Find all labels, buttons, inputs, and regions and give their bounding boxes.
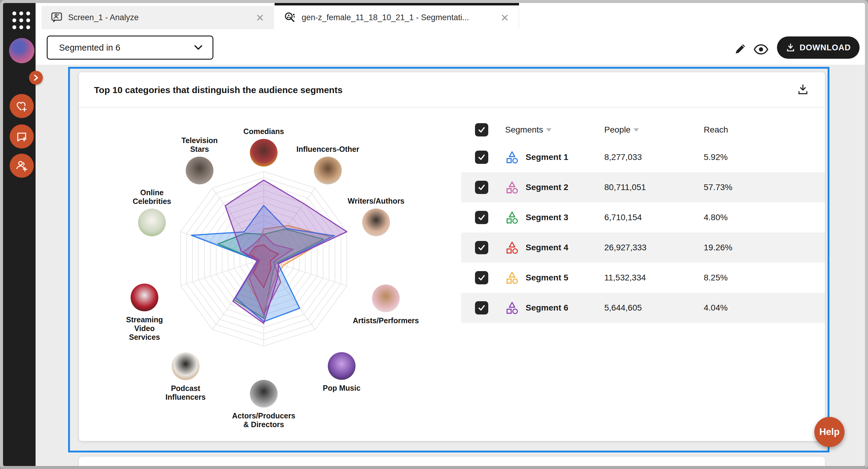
segment-people: 8,277,033 (604, 153, 704, 162)
category-label-comedians: Comedians (244, 127, 284, 136)
column-header-reach: Reach (704, 125, 825, 135)
select-all-checkbox[interactable] (475, 123, 488, 136)
segment-people: 11,532,334 (604, 273, 704, 282)
radar-chart: ComediansInfluencers-OtherWriters/Author… (84, 78, 443, 436)
category-avatar-pop-music (328, 352, 355, 380)
segment-shapes-icon (505, 210, 519, 225)
pencil-icon (734, 42, 747, 56)
segment-name: Segment 6 (526, 303, 568, 313)
segment-reach: 57.73% (704, 182, 825, 192)
segmentation-search-icon (284, 11, 296, 24)
category-avatar-podcast-influencers (172, 353, 199, 380)
edit-button[interactable] (734, 42, 747, 57)
card-download-button[interactable] (797, 83, 809, 97)
category-avatar-influencers-other (314, 157, 342, 185)
column-header-segments[interactable]: Segments (505, 125, 552, 135)
category-avatar-writers-authors (362, 208, 390, 236)
table-row-segment-4[interactable]: Segment 426,927,33319.26% (461, 233, 825, 263)
active-tab-indicator (275, 2, 519, 5)
table-row-segment-6[interactable]: Segment 65,644,6054.04% (461, 293, 825, 323)
analyze-screen-icon (51, 11, 63, 24)
user-avatar[interactable] (9, 38, 34, 63)
segments-table-header: Segments People Reach (461, 118, 825, 142)
category-label-artists-performers: Artists/Performers (352, 316, 419, 325)
category-avatar-comedians (250, 139, 278, 167)
download-button-label: DOWNLOAD (800, 43, 851, 53)
segment-shapes-icon (505, 241, 519, 255)
table-row-segment-5[interactable]: Segment 511,532,3348.25% (461, 263, 825, 293)
tab-genz-segmentation[interactable]: gen-z_female_11_18_10_21_1 - Segmentati.… (275, 6, 519, 29)
column-header-people[interactable]: People (604, 125, 704, 135)
segment-name: Segment 1 (526, 153, 568, 162)
category-avatar-television-stars (186, 157, 213, 185)
chevron-right-icon (32, 74, 39, 81)
table-row-segment-2[interactable]: Segment 280,711,05157.73% (461, 172, 825, 202)
tab-label: gen-z_female_11_18_10_21_1 - Segmentati.… (302, 13, 499, 22)
download-button[interactable]: DOWNLOAD (777, 36, 860, 59)
segment-shapes-icon (505, 180, 519, 194)
category-label-podcast-influencers: PodcastInfluencers (165, 384, 206, 401)
heart-plus-icon (15, 99, 29, 113)
check-icon (476, 125, 487, 135)
segment-reach: 19.26% (704, 243, 825, 253)
app-sidebar (2, 2, 36, 467)
category-label-online-celebrities: OnlineCelebrities (133, 188, 171, 205)
segment-shapes-icon (505, 301, 519, 315)
segment-reach: 8.25% (704, 273, 825, 282)
download-icon (797, 83, 809, 96)
row-checkbox-segment-2[interactable] (475, 181, 488, 194)
sidebar-expand-button[interactable] (29, 71, 43, 85)
category-label-influencers-other: Influencers-Other (297, 145, 360, 153)
table-row-segment-3[interactable]: Segment 36,710,1544.80% (461, 202, 825, 233)
tab-label: Screen_1 - Analyze (68, 13, 254, 22)
sort-icon (546, 128, 552, 132)
row-checkbox-segment-4[interactable] (475, 241, 488, 254)
person-plus-icon (14, 159, 29, 173)
chat-plus-icon (15, 130, 29, 143)
check-icon (476, 182, 487, 193)
apps-grid-icon[interactable] (12, 11, 30, 30)
segment-reach: 4.80% (704, 213, 825, 222)
add-to-favorites-button[interactable] (10, 94, 34, 118)
add-comment-button[interactable] (10, 124, 34, 148)
segments-table: Segments People Reach Segment 18,277, (461, 118, 825, 323)
category-avatar-online-celebrities (138, 209, 166, 236)
segment-people: 6,710,154 (604, 213, 704, 222)
category-avatar-artists-performers (372, 284, 400, 312)
segment-name: Segment 2 (526, 182, 568, 192)
check-icon (476, 212, 487, 223)
tab-close-icon[interactable]: ✕ (254, 13, 267, 23)
category-label-pop-music: Pop Music (323, 384, 361, 392)
row-checkbox-segment-5[interactable] (475, 271, 488, 284)
segment-reach: 5.92% (704, 153, 825, 162)
segmentation-dropdown-value: Segmented in 6 (59, 43, 194, 53)
eye-icon (753, 44, 769, 55)
segmentation-count-dropdown[interactable]: Segmented in 6 (47, 36, 213, 60)
add-person-button[interactable] (10, 154, 34, 178)
row-checkbox-segment-6[interactable] (475, 301, 488, 314)
table-row-segment-1[interactable]: Segment 18,277,0335.92% (461, 142, 825, 172)
category-avatar-streaming-video-services (130, 284, 158, 311)
help-button[interactable]: Help (814, 417, 844, 447)
check-icon (476, 242, 487, 253)
tab-screen1-analyze[interactable]: Screen_1 - Analyze ✕ (41, 6, 274, 29)
segment-name: Segment 3 (526, 213, 568, 222)
segment-shapes-icon (505, 150, 519, 164)
download-icon (786, 43, 795, 53)
tab-close-icon[interactable]: ✕ (499, 13, 511, 23)
row-checkbox-segment-1[interactable] (475, 150, 488, 164)
preview-button[interactable] (753, 44, 769, 56)
segment-reach: 4.04% (704, 303, 825, 313)
segment-name: Segment 5 (526, 273, 568, 282)
category-label-writers-authors: Writers/Authors (348, 197, 404, 205)
category-label-actors-producers-directors: Actors/Producers& Directors (232, 411, 296, 429)
sort-icon (633, 128, 639, 132)
row-checkbox-segment-3[interactable] (475, 211, 488, 224)
check-icon (476, 152, 487, 162)
category-label-streaming-video-services: StreamingVideoServices (126, 315, 163, 341)
chevron-down-icon (194, 44, 203, 51)
category-label-television-stars: TelevisionStars (181, 136, 218, 153)
top-categories-card: Top 10 categories that distinguish the a… (79, 72, 825, 441)
segment-people: 26,927,333 (604, 243, 704, 253)
help-button-label: Help (819, 427, 839, 437)
